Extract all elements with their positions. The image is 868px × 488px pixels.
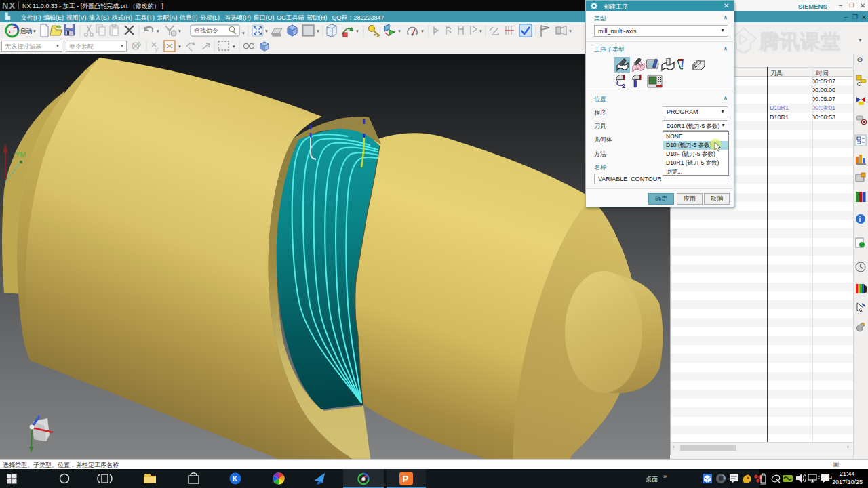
svg-text:▼: ▼ <box>568 29 572 33</box>
svg-text:K: K <box>233 475 238 483</box>
svg-text:▼: ▼ <box>178 29 182 33</box>
svg-text:YM: YM <box>15 150 26 159</box>
svg-text:▼: ▼ <box>355 29 359 33</box>
svg-text:▼: ▼ <box>241 31 245 35</box>
svg-text:y: y <box>155 46 158 52</box>
svg-text:腾讯课堂: 腾讯课堂 <box>759 30 841 52</box>
svg-text:2: 2 <box>622 83 625 89</box>
svg-text:i: i <box>859 216 861 223</box>
svg-text:»: » <box>663 473 667 480</box>
svg-text:启动: 启动 <box>20 28 32 35</box>
svg-text:⚙: ⚙ <box>856 56 863 64</box>
svg-text:▼: ▼ <box>156 29 160 33</box>
svg-text:▼: ▼ <box>264 29 269 33</box>
svg-text:▼: ▼ <box>397 29 401 33</box>
svg-text:▼: ▼ <box>479 29 483 33</box>
svg-text:▼: ▼ <box>178 45 182 49</box>
svg-text:桌面: 桌面 <box>646 476 658 483</box>
svg-text:▼: ▼ <box>420 29 425 33</box>
svg-text:▼: ▼ <box>33 29 37 33</box>
svg-text:查找命令: 查找命令 <box>194 27 218 34</box>
svg-text:P: P <box>403 474 409 484</box>
svg-text:▼: ▼ <box>232 45 236 49</box>
svg-text:▼: ▼ <box>316 29 320 33</box>
